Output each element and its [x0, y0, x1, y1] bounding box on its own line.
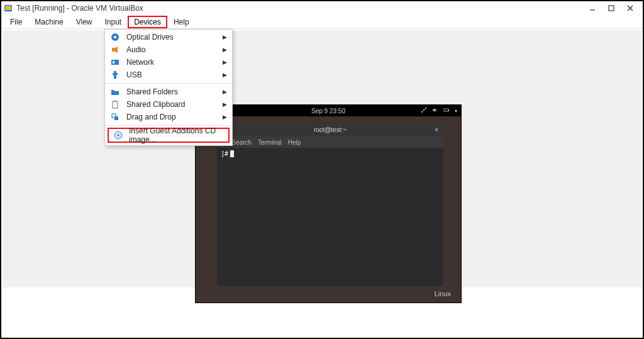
audio-icon — [110, 45, 120, 55]
drag-and-drop-label: Drag and Drop — [126, 113, 176, 121]
svg-rect-19 — [111, 60, 119, 65]
menubar: File Machine View Input Devices Help — [1, 15, 643, 29]
menu-separator — [105, 125, 232, 126]
optical-drives-label: Optical Drives — [126, 33, 174, 42]
menu-drag-and-drop[interactable]: Drag and Drop ▶ — [105, 111, 232, 123]
volume-icon — [432, 107, 438, 114]
menu-separator — [105, 83, 232, 84]
svg-rect-14 — [448, 109, 449, 111]
guest-display-area: Terminal Sep 9 23:50 ▾ root@test:~ × w S… — [3, 30, 641, 287]
menu-help[interactable]: Help — [167, 16, 196, 28]
gnome-topbar[interactable]: Terminal Sep 9 23:50 ▾ — [196, 105, 461, 116]
drag-drop-icon — [110, 112, 120, 122]
svg-rect-24 — [114, 101, 116, 102]
svg-marker-18 — [115, 47, 118, 53]
chevron-right-icon: ▶ — [223, 34, 227, 40]
svg-line-10 — [422, 110, 424, 112]
minimize-button[interactable] — [587, 3, 597, 13]
terminal-body[interactable]: ]# — [217, 148, 443, 160]
close-button[interactable] — [625, 3, 635, 13]
chevron-right-icon: ▶ — [223, 89, 227, 95]
svg-rect-4 — [609, 6, 614, 11]
svg-rect-23 — [113, 101, 118, 108]
terminal-titlebar[interactable]: root@test:~ × — [217, 123, 443, 136]
network-card-icon — [110, 57, 120, 67]
menu-file[interactable]: File — [4, 16, 28, 28]
svg-rect-17 — [112, 48, 115, 52]
menu-devices-highlighted[interactable]: Devices — [128, 16, 167, 28]
window-titlebar: Test [Running] - Oracle VM VirtualBox — [1, 1, 643, 15]
svg-line-11 — [424, 108, 426, 110]
shared-folders-label: Shared Folders — [126, 87, 178, 96]
clipboard-icon — [110, 99, 120, 109]
network-icon — [421, 107, 427, 114]
disc-icon — [110, 32, 120, 42]
menu-shared-clipboard[interactable]: Shared Clipboard ▶ — [105, 98, 232, 111]
menu-machine[interactable]: Machine — [28, 16, 69, 28]
svg-point-16 — [114, 36, 116, 38]
menu-view[interactable]: View — [70, 16, 99, 28]
chevron-down-icon: ▾ — [455, 108, 457, 114]
window-title: Test [Running] - Oracle VM VirtualBox — [16, 4, 587, 13]
svg-rect-20 — [113, 61, 114, 64]
disc-insert-icon — [114, 130, 123, 140]
gnome-tray[interactable]: ▾ — [421, 107, 457, 114]
svg-rect-2 — [6, 6, 11, 10]
svg-rect-13 — [444, 109, 448, 111]
gnome-topbar-time: Sep 9 23:50 — [311, 108, 345, 114]
menu-insert-guest-additions[interactable]: Insert Guest Additions CD image... — [108, 128, 230, 143]
chevron-right-icon: ▶ — [223, 47, 227, 53]
maximize-button[interactable] — [606, 3, 616, 13]
chevron-right-icon: ▶ — [223, 72, 227, 78]
terminal-prompt: ]# — [221, 150, 228, 157]
svg-rect-26 — [114, 116, 118, 120]
vm-screen[interactable]: Terminal Sep 9 23:50 ▾ root@test:~ × w S… — [195, 104, 462, 303]
chevron-right-icon: ▶ — [223, 101, 227, 108]
svg-rect-22 — [113, 73, 118, 75]
menu-input[interactable]: Input — [99, 16, 128, 28]
menu-devices-label: Devices — [134, 18, 161, 26]
audio-label: Audio — [126, 45, 146, 54]
virtualbox-icon — [4, 4, 13, 13]
terminal-menu-terminal[interactable]: Terminal — [258, 139, 282, 146]
usb-label: USB — [126, 70, 142, 79]
chevron-right-icon: ▶ — [223, 59, 227, 65]
vm-host-label: Linux — [435, 290, 451, 297]
shared-clipboard-label: Shared Clipboard — [126, 100, 185, 109]
terminal-menu-search[interactable]: Search — [231, 139, 252, 146]
terminal-cursor — [230, 150, 234, 157]
battery-icon — [443, 107, 450, 114]
terminal-close-button[interactable]: × — [435, 126, 438, 133]
terminal-menubar: w Search Terminal Help — [217, 136, 443, 148]
usb-icon — [110, 70, 120, 80]
network-label: Network — [126, 58, 154, 67]
folder-icon — [110, 87, 120, 97]
menu-optical-drives[interactable]: Optical Drives ▶ — [105, 31, 232, 43]
menu-usb[interactable]: USB ▶ — [105, 69, 232, 81]
svg-marker-12 — [433, 108, 435, 112]
menu-shared-folders[interactable]: Shared Folders ▶ — [105, 86, 232, 98]
terminal-menu-help[interactable]: Help — [288, 139, 301, 146]
terminal-window[interactable]: root@test:~ × w Search Terminal Help ]# — [217, 123, 443, 286]
terminal-title: root@test:~ — [314, 126, 347, 133]
menu-audio[interactable]: Audio ▶ — [105, 43, 232, 56]
svg-point-28 — [118, 135, 119, 136]
chevron-right-icon: ▶ — [223, 114, 227, 120]
devices-dropdown: Optical Drives ▶ Audio ▶ Network ▶ USB ▶… — [104, 29, 233, 146]
insert-guest-additions-label: Insert Guest Additions CD image... — [129, 126, 223, 144]
menu-network[interactable]: Network ▶ — [105, 56, 232, 69]
